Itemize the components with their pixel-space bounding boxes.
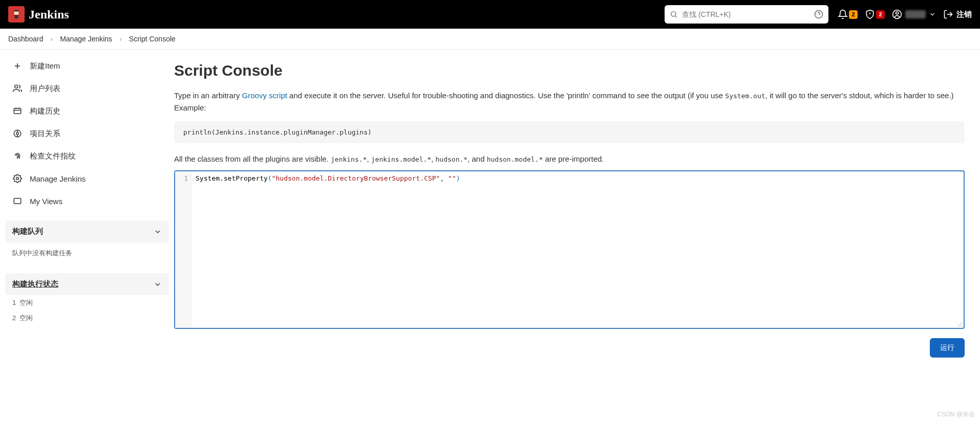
plus-icon — [12, 61, 23, 71]
sidebar-item-views[interactable]: My Views — [5, 191, 169, 211]
executor-title: 构建执行状态 — [12, 279, 58, 289]
chevron-down-icon — [154, 280, 162, 288]
sidebar-item-new[interactable]: 新建Item — [5, 56, 169, 76]
run-button[interactable]: 运行 — [930, 338, 965, 358]
breadcrumb-item[interactable]: Dashboard — [8, 35, 44, 43]
build-queue-panel: 构建队列 队列中没有构建任务 — [5, 220, 169, 264]
resize-handle-icon[interactable] — [956, 321, 963, 327]
executor-header[interactable]: 构建执行状态 — [5, 273, 169, 295]
sidebar-item-label: 项目关系 — [30, 129, 60, 139]
sidebar-item-label: Manage Jenkins — [30, 174, 86, 183]
sidebar-item-fingerprint[interactable]: 检查文件指纹 — [5, 146, 169, 166]
notifications-button[interactable]: 2 — [838, 9, 858, 19]
sidebar: 新建Item 用户列表 构建历史 项目关系 检查文件指纹 Manage Jenk… — [0, 50, 174, 378]
user-menu[interactable] — [892, 9, 936, 19]
user-icon — [892, 9, 902, 19]
header-actions: 2 2 注销 — [838, 9, 972, 19]
breadcrumb-item[interactable]: Manage Jenkins — [60, 35, 112, 43]
build-queue-title: 构建队列 — [12, 227, 43, 236]
executor-row: 1 空闲 — [5, 295, 169, 310]
jenkins-logo-icon — [8, 6, 25, 23]
chevron-right-icon: › — [119, 35, 122, 43]
username-redacted — [905, 10, 926, 18]
groovy-link[interactable]: Groovy script — [242, 91, 287, 100]
sidebar-item-users[interactable]: 用户列表 — [5, 78, 169, 99]
sidebar-item-history[interactable]: 构建历史 — [5, 101, 169, 121]
script-editor[interactable]: 1 System.setProperty("hudson.model.Direc… — [174, 170, 965, 329]
breadcrumb: Dashboard › Manage Jenkins › Script Cons… — [0, 29, 980, 50]
top-header: Jenkins 2 2 注销 — [0, 0, 980, 29]
line-number: 1 — [175, 174, 188, 182]
executor-row: 2 空闲 — [5, 310, 169, 326]
svg-point-14 — [15, 85, 18, 88]
page-title: Script Console — [174, 62, 965, 79]
svg-point-23 — [16, 177, 19, 180]
history-icon — [12, 106, 23, 116]
shield-alert-icon — [865, 9, 875, 19]
editor-gutter: 1 — [175, 171, 191, 328]
relation-icon — [12, 128, 23, 139]
help-icon[interactable] — [814, 10, 823, 19]
views-icon — [12, 196, 23, 206]
sidebar-item-label: 新建Item — [30, 61, 60, 71]
security-button[interactable]: 2 — [865, 9, 885, 19]
gear-icon — [12, 173, 23, 184]
security-badge: 2 — [876, 10, 885, 19]
logout-label: 注销 — [956, 10, 972, 19]
svg-rect-24 — [14, 198, 21, 204]
sidebar-item-label: My Views — [30, 197, 62, 206]
example-code-block: println(Jenkins.instance.pluginManager.p… — [174, 121, 965, 143]
sidebar-item-relation[interactable]: 项目关系 — [5, 123, 169, 144]
chevron-right-icon: › — [51, 35, 53, 43]
intro-text: Type in an arbitrary Groovy script and e… — [174, 90, 965, 114]
svg-point-10 — [896, 12, 899, 14]
breadcrumb-item[interactable]: Script Console — [129, 35, 176, 43]
build-queue-empty: 队列中没有构建任务 — [5, 242, 169, 264]
editor-code-area[interactable]: System.setProperty("hudson.model.Directo… — [191, 171, 964, 328]
svg-rect-15 — [14, 108, 21, 114]
svg-rect-2 — [14, 10, 18, 12]
svg-line-27 — [962, 326, 963, 327]
search-input[interactable] — [682, 10, 810, 18]
chevron-down-icon — [154, 228, 162, 236]
bell-icon — [838, 9, 848, 19]
plugins-text: All the classes from all the plugins are… — [174, 154, 965, 163]
fingerprint-icon — [12, 151, 23, 161]
sidebar-item-label: 检查文件指纹 — [30, 151, 76, 161]
executor-panel: 构建执行状态 1 空闲 2 空闲 — [5, 273, 169, 326]
brand-name: Jenkins — [29, 8, 69, 21]
notification-badge: 2 — [849, 10, 858, 19]
svg-point-3 — [671, 12, 676, 16]
svg-rect-1 — [14, 15, 18, 18]
build-queue-header[interactable]: 构建队列 — [5, 220, 169, 242]
search-icon — [670, 10, 678, 18]
svg-point-20 — [16, 132, 19, 135]
main-content: Script Console Type in an arbitrary Groo… — [174, 50, 980, 378]
sidebar-item-label: 用户列表 — [30, 84, 60, 94]
logout-icon — [943, 9, 953, 19]
sidebar-item-label: 构建历史 — [30, 106, 60, 116]
svg-line-4 — [675, 16, 677, 17]
users-icon — [12, 83, 23, 94]
chevron-down-icon — [929, 11, 936, 18]
search-box[interactable] — [665, 5, 828, 24]
logout-button[interactable]: 注销 — [943, 9, 972, 19]
logo-area[interactable]: Jenkins — [8, 6, 69, 23]
sidebar-item-manage[interactable]: Manage Jenkins — [5, 168, 169, 189]
